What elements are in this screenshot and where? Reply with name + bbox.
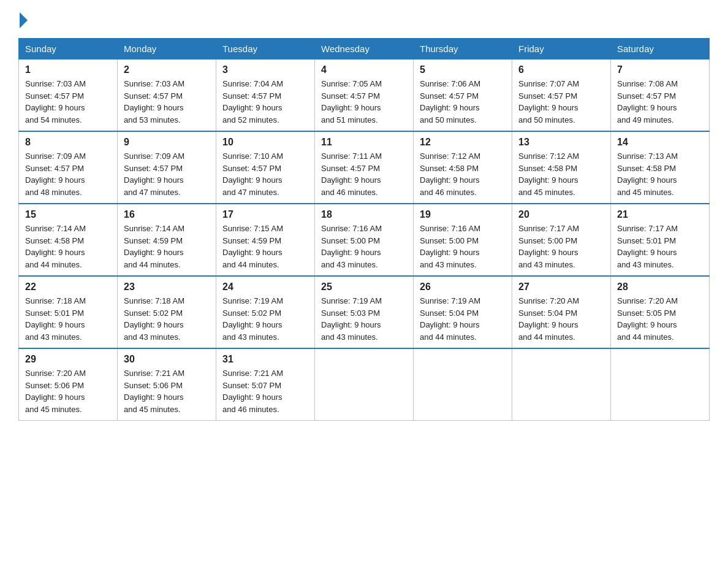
day-number: 27 bbox=[518, 282, 604, 293]
day-number: 12 bbox=[420, 137, 506, 148]
calendar-cell: 12 Sunrise: 7:12 AM Sunset: 4:58 PM Dayl… bbox=[414, 131, 512, 204]
day-number: 3 bbox=[222, 64, 308, 75]
day-info: Sunrise: 7:17 AM Sunset: 5:01 PM Dayligh… bbox=[617, 223, 703, 270]
calendar-cell: 25 Sunrise: 7:19 AM Sunset: 5:03 PM Dayl… bbox=[315, 276, 414, 348]
day-number: 18 bbox=[321, 209, 407, 220]
day-info: Sunrise: 7:12 AM Sunset: 4:58 PM Dayligh… bbox=[420, 150, 506, 198]
day-info: Sunrise: 7:03 AM Sunset: 4:57 PM Dayligh… bbox=[25, 78, 111, 126]
calendar-cell: 2 Sunrise: 7:03 AM Sunset: 4:57 PM Dayli… bbox=[118, 59, 216, 132]
calendar-cell: 17 Sunrise: 7:15 AM Sunset: 4:59 PM Dayl… bbox=[216, 204, 315, 276]
calendar-cell: 4 Sunrise: 7:05 AM Sunset: 4:57 PM Dayli… bbox=[315, 59, 414, 132]
day-info: Sunrise: 7:18 AM Sunset: 5:02 PM Dayligh… bbox=[124, 295, 210, 343]
calendar-cell: 31 Sunrise: 7:21 AM Sunset: 5:07 PM Dayl… bbox=[216, 348, 315, 421]
day-number: 21 bbox=[617, 209, 703, 220]
day-info: Sunrise: 7:11 AM Sunset: 4:57 PM Dayligh… bbox=[321, 150, 407, 198]
day-number: 2 bbox=[124, 64, 210, 75]
calendar-cell: 22 Sunrise: 7:18 AM Sunset: 5:01 PM Dayl… bbox=[19, 276, 118, 348]
day-info: Sunrise: 7:20 AM Sunset: 5:06 PM Dayligh… bbox=[25, 367, 111, 415]
day-info: Sunrise: 7:09 AM Sunset: 4:57 PM Dayligh… bbox=[25, 150, 111, 198]
calendar-week-5: 29 Sunrise: 7:20 AM Sunset: 5:06 PM Dayl… bbox=[19, 348, 710, 421]
day-info: Sunrise: 7:16 AM Sunset: 5:00 PM Dayligh… bbox=[420, 223, 506, 270]
day-info: Sunrise: 7:09 AM Sunset: 4:57 PM Dayligh… bbox=[124, 150, 210, 198]
weekday-header-thursday: Thursday bbox=[414, 39, 512, 59]
calendar-week-3: 15 Sunrise: 7:14 AM Sunset: 4:58 PM Dayl… bbox=[19, 204, 710, 276]
calendar-cell: 13 Sunrise: 7:12 AM Sunset: 4:58 PM Dayl… bbox=[512, 131, 611, 204]
day-info: Sunrise: 7:12 AM Sunset: 4:58 PM Dayligh… bbox=[518, 150, 604, 198]
weekday-header-sunday: Sunday bbox=[19, 39, 118, 59]
day-info: Sunrise: 7:04 AM Sunset: 4:57 PM Dayligh… bbox=[222, 78, 308, 126]
day-number: 23 bbox=[124, 282, 210, 293]
calendar-table: SundayMondayTuesdayWednesdayThursdayFrid… bbox=[18, 38, 710, 421]
day-number: 6 bbox=[518, 64, 604, 75]
day-number: 4 bbox=[321, 64, 407, 75]
calendar-week-4: 22 Sunrise: 7:18 AM Sunset: 5:01 PM Dayl… bbox=[19, 276, 710, 348]
calendar-cell: 23 Sunrise: 7:18 AM Sunset: 5:02 PM Dayl… bbox=[118, 276, 216, 348]
day-info: Sunrise: 7:14 AM Sunset: 4:59 PM Dayligh… bbox=[124, 223, 210, 270]
calendar-cell: 15 Sunrise: 7:14 AM Sunset: 4:58 PM Dayl… bbox=[19, 204, 118, 276]
day-info: Sunrise: 7:08 AM Sunset: 4:57 PM Dayligh… bbox=[617, 78, 703, 126]
day-info: Sunrise: 7:03 AM Sunset: 4:57 PM Dayligh… bbox=[124, 78, 210, 126]
calendar-cell: 1 Sunrise: 7:03 AM Sunset: 4:57 PM Dayli… bbox=[19, 59, 118, 132]
day-info: Sunrise: 7:06 AM Sunset: 4:57 PM Dayligh… bbox=[420, 78, 506, 126]
logo-arrow-icon bbox=[20, 12, 28, 28]
day-number: 15 bbox=[25, 209, 111, 220]
day-info: Sunrise: 7:18 AM Sunset: 5:01 PM Dayligh… bbox=[25, 295, 111, 343]
day-number: 13 bbox=[518, 137, 604, 148]
day-number: 14 bbox=[617, 137, 703, 148]
day-number: 11 bbox=[321, 137, 407, 148]
logo bbox=[18, 12, 28, 32]
day-number: 16 bbox=[124, 209, 210, 220]
day-info: Sunrise: 7:19 AM Sunset: 5:04 PM Dayligh… bbox=[420, 295, 506, 343]
calendar-week-2: 8 Sunrise: 7:09 AM Sunset: 4:57 PM Dayli… bbox=[19, 131, 710, 204]
calendar-header-row: SundayMondayTuesdayWednesdayThursdayFrid… bbox=[19, 39, 710, 59]
day-number: 1 bbox=[25, 64, 111, 75]
day-number: 30 bbox=[124, 354, 210, 365]
weekday-header-tuesday: Tuesday bbox=[216, 39, 315, 59]
day-info: Sunrise: 7:10 AM Sunset: 4:57 PM Dayligh… bbox=[222, 150, 308, 198]
calendar-cell: 30 Sunrise: 7:21 AM Sunset: 5:06 PM Dayl… bbox=[118, 348, 216, 421]
calendar-cell: 5 Sunrise: 7:06 AM Sunset: 4:57 PM Dayli… bbox=[414, 59, 512, 132]
day-info: Sunrise: 7:15 AM Sunset: 4:59 PM Dayligh… bbox=[222, 223, 308, 270]
calendar-cell: 11 Sunrise: 7:11 AM Sunset: 4:57 PM Dayl… bbox=[315, 131, 414, 204]
calendar-cell: 20 Sunrise: 7:17 AM Sunset: 5:00 PM Dayl… bbox=[512, 204, 611, 276]
calendar-week-1: 1 Sunrise: 7:03 AM Sunset: 4:57 PM Dayli… bbox=[19, 59, 710, 132]
calendar-cell bbox=[315, 348, 414, 421]
weekday-header-saturday: Saturday bbox=[611, 39, 710, 59]
day-number: 29 bbox=[25, 354, 111, 365]
day-info: Sunrise: 7:21 AM Sunset: 5:07 PM Dayligh… bbox=[222, 367, 308, 415]
calendar-cell: 10 Sunrise: 7:10 AM Sunset: 4:57 PM Dayl… bbox=[216, 131, 315, 204]
day-info: Sunrise: 7:14 AM Sunset: 4:58 PM Dayligh… bbox=[25, 223, 111, 270]
day-number: 22 bbox=[25, 282, 111, 293]
calendar-cell bbox=[611, 348, 710, 421]
day-number: 31 bbox=[222, 354, 308, 365]
day-info: Sunrise: 7:20 AM Sunset: 5:05 PM Dayligh… bbox=[617, 295, 703, 343]
day-number: 8 bbox=[25, 137, 111, 148]
day-info: Sunrise: 7:05 AM Sunset: 4:57 PM Dayligh… bbox=[321, 78, 407, 126]
calendar-cell: 19 Sunrise: 7:16 AM Sunset: 5:00 PM Dayl… bbox=[414, 204, 512, 276]
day-number: 7 bbox=[617, 64, 703, 75]
calendar-cell: 27 Sunrise: 7:20 AM Sunset: 5:04 PM Dayl… bbox=[512, 276, 611, 348]
calendar-cell: 21 Sunrise: 7:17 AM Sunset: 5:01 PM Dayl… bbox=[611, 204, 710, 276]
calendar-cell: 28 Sunrise: 7:20 AM Sunset: 5:05 PM Dayl… bbox=[611, 276, 710, 348]
day-number: 5 bbox=[420, 64, 506, 75]
day-number: 9 bbox=[124, 137, 210, 148]
calendar-cell: 7 Sunrise: 7:08 AM Sunset: 4:57 PM Dayli… bbox=[611, 59, 710, 132]
day-number: 25 bbox=[321, 282, 407, 293]
calendar-cell bbox=[414, 348, 512, 421]
day-number: 26 bbox=[420, 282, 506, 293]
day-number: 10 bbox=[222, 137, 308, 148]
calendar-cell: 24 Sunrise: 7:19 AM Sunset: 5:02 PM Dayl… bbox=[216, 276, 315, 348]
calendar-cell: 18 Sunrise: 7:16 AM Sunset: 5:00 PM Dayl… bbox=[315, 204, 414, 276]
day-info: Sunrise: 7:13 AM Sunset: 4:58 PM Dayligh… bbox=[617, 150, 703, 198]
calendar-cell: 26 Sunrise: 7:19 AM Sunset: 5:04 PM Dayl… bbox=[414, 276, 512, 348]
day-info: Sunrise: 7:21 AM Sunset: 5:06 PM Dayligh… bbox=[124, 367, 210, 415]
calendar-cell: 9 Sunrise: 7:09 AM Sunset: 4:57 PM Dayli… bbox=[118, 131, 216, 204]
calendar-cell: 3 Sunrise: 7:04 AM Sunset: 4:57 PM Dayli… bbox=[216, 59, 315, 132]
day-number: 28 bbox=[617, 282, 703, 293]
day-number: 24 bbox=[222, 282, 308, 293]
day-info: Sunrise: 7:16 AM Sunset: 5:00 PM Dayligh… bbox=[321, 223, 407, 270]
page-header bbox=[18, 12, 710, 32]
weekday-header-friday: Friday bbox=[512, 39, 611, 59]
day-info: Sunrise: 7:19 AM Sunset: 5:03 PM Dayligh… bbox=[321, 295, 407, 343]
calendar-cell: 29 Sunrise: 7:20 AM Sunset: 5:06 PM Dayl… bbox=[19, 348, 118, 421]
